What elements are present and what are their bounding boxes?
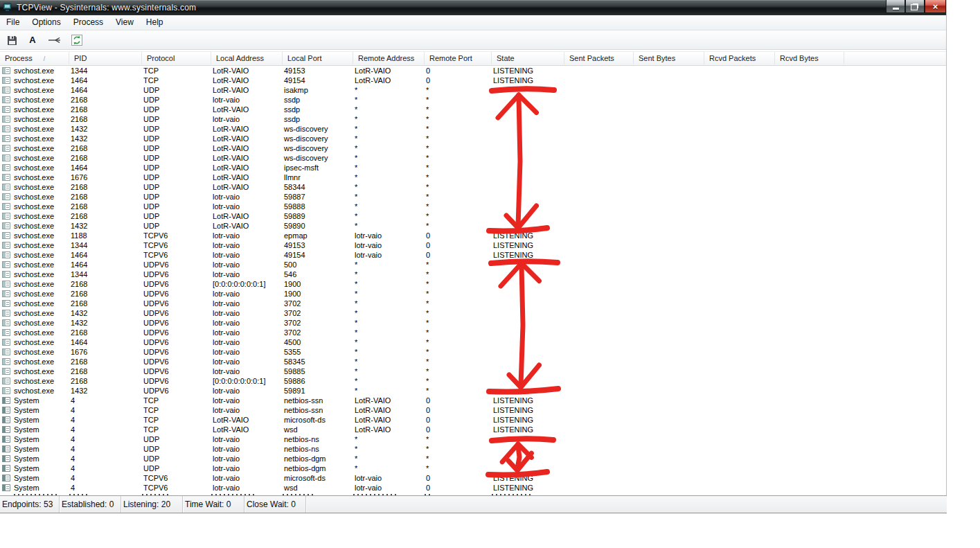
local_address-cell: LotR-VAIO xyxy=(211,153,283,163)
process-name: svchost.exe xyxy=(14,105,54,114)
table-row[interactable]: svchost.exe2168UDPV6lotr-vaio58345** xyxy=(0,357,946,366)
column-header-protocol[interactable]: Protocol xyxy=(142,52,211,64)
menu-item-help[interactable]: Help xyxy=(140,15,170,30)
table-row[interactable]: svchost.exe2168UDPlotr-vaiossdp** xyxy=(0,114,946,124)
rcvd_bytes-cell xyxy=(775,182,844,192)
table-row[interactable]: svchost.exe1464UDPLotR-VAIOipsec-msft** xyxy=(0,163,946,173)
table-row[interactable]: svchost.exe1464UDPV6lotr-vaio4500** xyxy=(0,337,946,347)
menu-item-process[interactable]: Process xyxy=(67,15,109,30)
table-row[interactable]: svchost.exe1432UDPV6lotr-vaio3702** xyxy=(0,318,946,328)
table-row[interactable]: svchost.exe2168UDPLotR-VAIOws-discovery*… xyxy=(0,143,946,153)
table-row[interactable]: svchost.exe2168UDPV6lotr-vaio59885** xyxy=(0,366,946,376)
column-header-remote_port[interactable]: Remote Port xyxy=(425,52,492,64)
sent_bytes-cell xyxy=(634,308,704,318)
sent_bytes-cell xyxy=(634,444,704,454)
table-row[interactable]: System4UDPlotr-vaionetbios-ns** xyxy=(0,434,946,444)
window-title: TCPView - Sysinternals: www.sysinternals… xyxy=(17,3,196,12)
table-row[interactable]: System4TCPlotr-vaionetbios-ssnLotR-VAIO0… xyxy=(0,396,946,405)
rcvd_packets-cell xyxy=(704,405,775,415)
local_port-cell: netbios-ns xyxy=(283,444,353,454)
table-row[interactable]: System4TCPLotR-VAIOwsdLotR-VAIO0LISTENIN… xyxy=(0,425,946,434)
table-row[interactable]: System4TCPV6lotr-vaiowsdlotr-vaio0LISTEN… xyxy=(0,483,946,493)
column-header-local_port[interactable]: Local Port xyxy=(283,52,353,64)
table-row[interactable]: svchost.exe1344TCPLotR-VAIO49153LotR-VAI… xyxy=(0,66,946,76)
table-row[interactable]: System4TCPV6lotr-vaiomicrosoft-dslotr-va… xyxy=(0,473,946,483)
table-row[interactable]: svchost.exe1676UDPLotR-VAIOllmnr** xyxy=(0,173,946,182)
table-row[interactable]: svchost.exe2168UDPLotR-VAIOssdp** xyxy=(0,105,946,114)
rcvd_packets-cell xyxy=(704,269,775,279)
table-row[interactable]: svchost.exe2168UDPV6lotr-vaio3702** xyxy=(0,328,946,337)
close-button[interactable]: × xyxy=(925,0,946,13)
rcvd_bytes-cell xyxy=(775,444,844,454)
table-row[interactable]: svchost.exe2168UDPlotr-vaiossdp** xyxy=(0,95,946,105)
maximize-button[interactable] xyxy=(905,0,925,13)
table-row[interactable]: svchost.exe1432UDPV6lotr-vaio59891** xyxy=(0,386,946,396)
table-row[interactable]: svchost.exe1188TCPV6lotr-vaioepmaplotr-v… xyxy=(0,231,946,240)
table-row[interactable]: System4TCPlotr-vaionetbios-ssnLotR-VAIO0… xyxy=(0,405,946,415)
process-window-icon xyxy=(2,397,10,404)
table-row[interactable]: svchost.exe2168UDPV6lotr-vaio1900** xyxy=(0,289,946,299)
process-window-icon xyxy=(2,465,10,472)
table-row[interactable]: svchost.exe2168UDPV6[0:0:0:0:0:0:0:1]598… xyxy=(0,376,946,386)
remote_address-cell: * xyxy=(353,182,425,192)
local_address-cell: LotR-VAIO xyxy=(211,211,283,221)
table-row[interactable]: svchost.exe2168UDPlotr-vaio59888** xyxy=(0,202,946,211)
column-header-local_address[interactable]: Local Address xyxy=(211,52,283,64)
rcvd_bytes-cell xyxy=(775,173,844,182)
table-row[interactable]: svchost.exe2168UDPV6lotr-vaio3702** xyxy=(0,299,946,308)
local_port-cell: netbios-ssn xyxy=(283,405,353,415)
state-cell xyxy=(492,85,564,95)
sent_bytes-cell xyxy=(634,483,704,493)
table-row[interactable]: System4TCPLotR-VAIOmicrosoft-dsLotR-VAIO… xyxy=(0,415,946,425)
connection-states-button[interactable] xyxy=(47,33,62,47)
column-header-remote_address[interactable]: Remote Address xyxy=(353,52,425,64)
table-row[interactable]: svchost.exe2168UDPLotR-VAIO59889** xyxy=(0,211,946,221)
table-row[interactable]: svchost.exe1432UDPLotR-VAIOws-discovery*… xyxy=(0,124,946,134)
column-header-sent_bytes[interactable]: Sent Bytes xyxy=(634,52,704,64)
title-bar[interactable]: TCPView - Sysinternals: www.sysinternals… xyxy=(0,0,946,15)
column-header-pid[interactable]: PID xyxy=(69,52,142,64)
table-row[interactable]: svchost.exe2168UDPlotr-vaio59887** xyxy=(0,192,946,202)
column-header-rcvd_packets[interactable]: Rcvd Packets xyxy=(704,52,775,64)
table-row[interactable]: System4UDPlotr-vaionetbios-dgm** xyxy=(0,463,946,473)
table-row[interactable]: svchost.exe1432UDPLotR-VAIO59890** xyxy=(0,221,946,231)
table-row[interactable]: svchost.exe2168UDPLotR-VAIO58344** xyxy=(0,182,946,192)
remote_port-cell: * xyxy=(425,105,492,114)
local_port-cell: isakmp xyxy=(283,85,353,95)
table-row[interactable]: svchost.exe1344TCPV6lotr-vaio49153lotr-v… xyxy=(0,240,946,250)
table-row[interactable]: svchost.exe1464UDPV6lotr-vaio500** xyxy=(0,260,946,269)
rcvd_bytes-cell xyxy=(775,105,844,114)
table-row[interactable]: svchost.exe1432UDPLotR-VAIOws-discovery*… xyxy=(0,134,946,143)
remote_address-cell: * xyxy=(353,105,425,114)
table-row[interactable]: System4UDPlotr-vaionetbios-ns** xyxy=(0,444,946,454)
table-row[interactable]: System4UDPlotr-vaionetbios-dgm** xyxy=(0,454,946,463)
column-header-rcvd_bytes[interactable]: Rcvd Bytes xyxy=(775,52,844,64)
table-row[interactable]: svchost.exe1676UDPV6lotr-vaio5355** xyxy=(0,347,946,357)
column-header-sent_packets[interactable]: Sent Packets xyxy=(564,52,634,64)
state-cell xyxy=(492,124,564,134)
menu-item-file[interactable]: File xyxy=(0,15,26,30)
menu-item-view[interactable]: View xyxy=(109,15,140,30)
process-window-icon xyxy=(2,232,10,239)
refresh-button[interactable] xyxy=(71,33,83,47)
table-row[interactable]: svchost.exe1464TCPLotR-VAIO49154LotR-VAI… xyxy=(0,76,946,85)
column-header-process[interactable]: Process/ xyxy=(0,52,69,64)
process-window-icon xyxy=(2,358,10,365)
table-row[interactable]: svchost.exe1344UDPV6lotr-vaio546** xyxy=(0,269,946,279)
state-cell: LISTENING xyxy=(492,76,564,85)
save-button[interactable] xyxy=(6,33,18,47)
resolve-addresses-button[interactable]: A xyxy=(26,33,39,47)
table-row[interactable]: svchost.exe1464TCPV6lotr-vaio49154lotr-v… xyxy=(0,250,946,260)
column-header-state[interactable]: State xyxy=(492,52,564,64)
table-row[interactable]: svchost.exe2168UDPV6[0:0:0:0:0:0:0:1]190… xyxy=(0,279,946,289)
table-row[interactable]: svchost.exe1464UDPLotR-VAIOisakmp** xyxy=(0,85,946,95)
remote_address-cell: * xyxy=(353,308,425,318)
table-row[interactable]: svchost.exe1432UDPV6lotr-vaio3702** xyxy=(0,308,946,318)
minimize-button[interactable] xyxy=(886,0,905,13)
table-row[interactable]: svchost.exe2168UDPLotR-VAIOws-discovery*… xyxy=(0,153,946,163)
remote_address-cell: * xyxy=(353,289,425,299)
menu-item-options[interactable]: Options xyxy=(26,15,66,30)
sent_packets-cell xyxy=(564,366,634,376)
local_address-cell: lotr-vaio xyxy=(211,337,283,347)
state-cell: LISTENING xyxy=(492,473,564,483)
